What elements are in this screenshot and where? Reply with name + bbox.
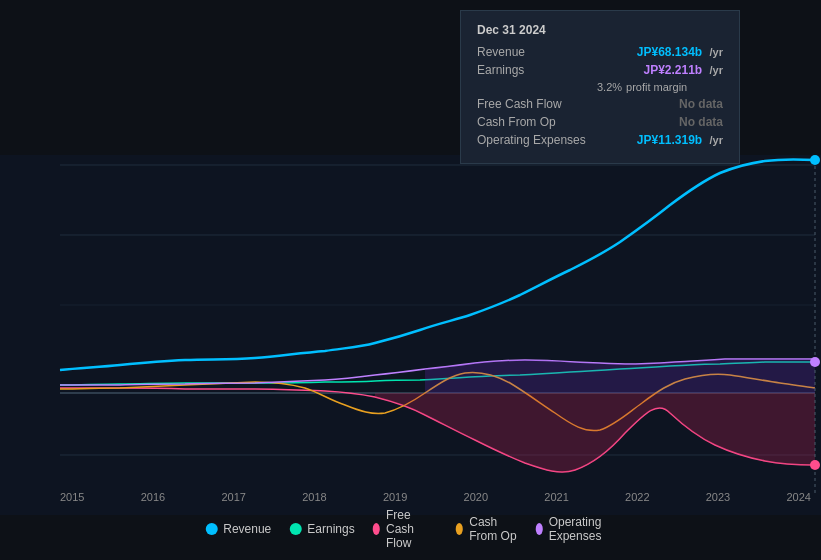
tooltip-fcf-value: No data [679,97,723,111]
svg-point-9 [810,357,820,367]
tooltip-cfo-value: No data [679,115,723,129]
x-label-2019: 2019 [383,491,407,503]
x-label-2020: 2020 [464,491,488,503]
legend-cfo[interactable]: Cash From Op [456,515,517,543]
tooltip-opex-label: Operating Expenses [477,133,597,147]
legend-earnings-dot [289,523,301,535]
x-label-2021: 2021 [544,491,568,503]
svg-point-8 [810,155,820,165]
legend-opex-label: Operating Expenses [549,515,616,543]
legend-earnings[interactable]: Earnings [289,522,354,536]
legend-revenue-label: Revenue [223,522,271,536]
tooltip-opex-value: JP¥11.319b /yr [637,133,723,147]
x-label-2015: 2015 [60,491,84,503]
legend-fcf-label: Free Cash Flow [386,508,438,550]
legend-earnings-label: Earnings [307,522,354,536]
tooltip-cfo-row: Cash From Op No data [477,115,723,129]
tooltip-profit-margin: 3.2% profit margin [477,81,723,93]
tooltip-revenue-label: Revenue [477,45,597,59]
tooltip-revenue-row: Revenue JP¥68.134b /yr [477,45,723,59]
x-label-2018: 2018 [302,491,326,503]
tooltip-date: Dec 31 2024 [477,23,723,37]
legend-opex-dot [535,523,542,535]
svg-rect-0 [0,155,821,515]
legend-fcf-dot [373,523,380,535]
x-axis: 2015 2016 2017 2018 2019 2020 2021 2022 … [60,491,811,503]
x-label-2016: 2016 [141,491,165,503]
chart-svg [0,155,821,515]
legend-fcf[interactable]: Free Cash Flow [373,508,438,550]
tooltip-opex-row: Operating Expenses JP¥11.319b /yr [477,133,723,147]
legend-cfo-dot [456,523,463,535]
x-label-2024: 2024 [786,491,810,503]
legend-revenue[interactable]: Revenue [205,522,271,536]
tooltip-fcf-label: Free Cash Flow [477,97,597,111]
legend-revenue-dot [205,523,217,535]
tooltip-earnings-row: Earnings JP¥2.211b /yr [477,63,723,77]
legend-opex[interactable]: Operating Expenses [535,515,615,543]
svg-point-10 [810,460,820,470]
tooltip-cfo-label: Cash From Op [477,115,597,129]
tooltip-earnings-value: JP¥2.211b /yr [643,63,723,77]
chart-legend: Revenue Earnings Free Cash Flow Cash Fro… [205,508,616,550]
x-label-2022: 2022 [625,491,649,503]
legend-cfo-label: Cash From Op [469,515,517,543]
x-label-2017: 2017 [221,491,245,503]
tooltip-earnings-label: Earnings [477,63,597,77]
tooltip-panel: Dec 31 2024 Revenue JP¥68.134b /yr Earni… [460,10,740,164]
x-label-2023: 2023 [706,491,730,503]
tooltip-fcf-row: Free Cash Flow No data [477,97,723,111]
tooltip-revenue-value: JP¥68.134b /yr [637,45,723,59]
